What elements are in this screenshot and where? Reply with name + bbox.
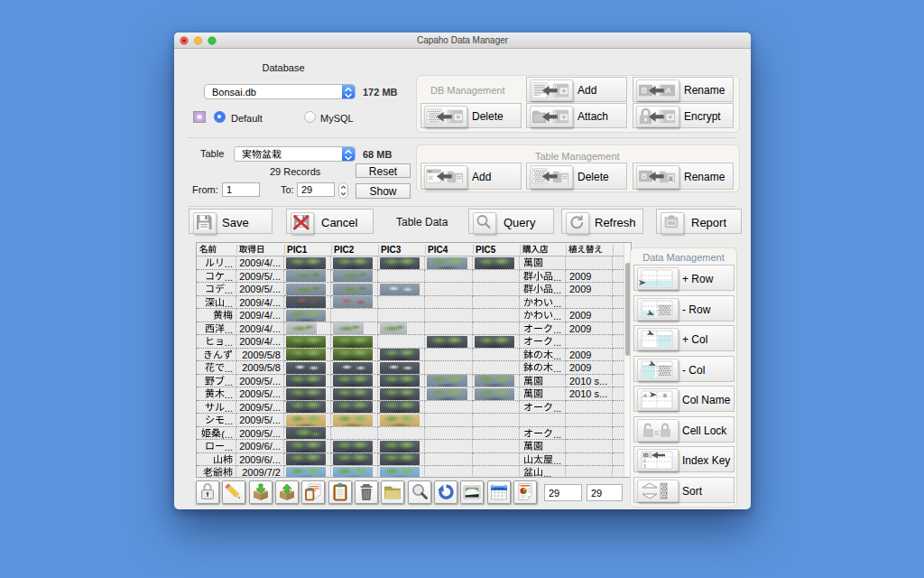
svg-text:B: B <box>663 393 667 398</box>
svg-text:B: B <box>642 172 647 181</box>
svg-text:A: A <box>668 175 673 183</box>
svg-text:3: 3 <box>643 463 646 469</box>
svg-text:S: S <box>654 429 659 437</box>
svg-text:A: A <box>643 393 647 398</box>
svg-text:B: B <box>642 86 647 95</box>
svg-text:A: A <box>666 86 671 95</box>
